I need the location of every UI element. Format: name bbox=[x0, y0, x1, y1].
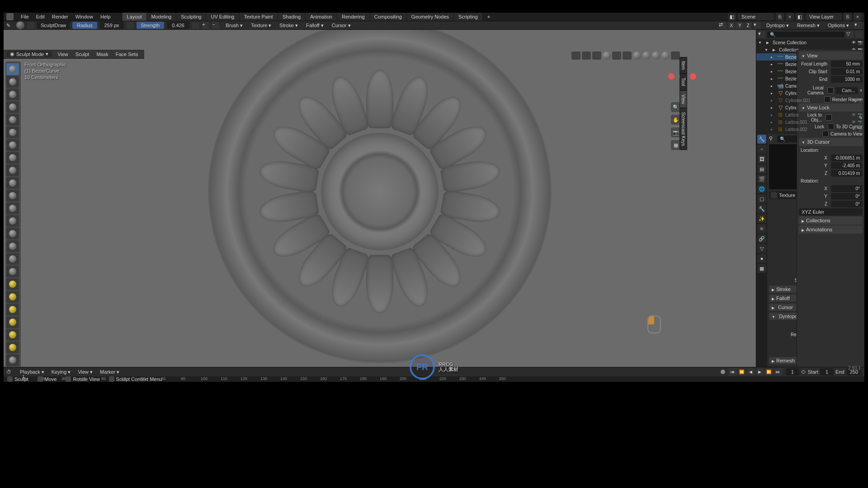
workspace-tab-shading[interactable]: Shading bbox=[278, 13, 306, 21]
workspace-tab-sculpting[interactable]: Sculpting bbox=[176, 13, 206, 21]
shading-options-icon[interactable] bbox=[671, 52, 680, 60]
timeline-editor-icon[interactable]: ⏱ bbox=[6, 369, 14, 375]
props-tab-tool[interactable]: 🔧 bbox=[757, 135, 766, 144]
shading-solid-icon[interactable] bbox=[642, 52, 651, 60]
overlay-options-icon[interactable] bbox=[612, 52, 621, 60]
menu-render[interactable]: Render bbox=[48, 13, 72, 20]
view-layer-field[interactable]: View Layer bbox=[806, 13, 842, 20]
menu-file[interactable]: File bbox=[17, 13, 33, 20]
restrict-select-icon[interactable]: 👁 bbox=[851, 119, 856, 125]
sculpt-tool-pose[interactable] bbox=[6, 304, 19, 315]
cursor-loc-y[interactable]: -2.405 m bbox=[831, 162, 863, 169]
cursor-panel-header[interactable]: 3D Cursor bbox=[799, 138, 863, 146]
scene-new-icon[interactable]: ⎘ bbox=[776, 13, 784, 21]
menu-window[interactable]: Window bbox=[72, 13, 97, 20]
stroke-dropdown[interactable]: Stroke ▾ bbox=[276, 22, 302, 29]
sculpt-tool-grab[interactable] bbox=[6, 253, 19, 265]
sculpt-menu-sculpt[interactable]: Sculpt bbox=[72, 51, 93, 58]
workspace-tab-geometry-nodes[interactable]: Geometry Nodes bbox=[407, 13, 454, 21]
clip-start-field[interactable]: 0.01 m bbox=[831, 68, 863, 75]
sculpt-menu-view[interactable]: View bbox=[54, 51, 72, 58]
falloff-dropdown[interactable]: Falloff ▾ bbox=[302, 22, 327, 29]
editor-type-icon[interactable]: ✎ bbox=[6, 23, 14, 28]
add-workspace-button[interactable]: + bbox=[484, 13, 494, 21]
sculpt-menu-mask[interactable]: Mask bbox=[93, 51, 112, 58]
restrict-viewport-icon[interactable]: 📷 bbox=[857, 40, 863, 45]
view-panel-header[interactable]: View bbox=[799, 52, 863, 60]
gizmo-options-icon[interactable] bbox=[592, 52, 601, 60]
workspace-tab-scripting[interactable]: Scripting bbox=[454, 13, 483, 21]
sculpt-tool-pinch[interactable] bbox=[6, 240, 19, 252]
mirror-axis-z[interactable]: Z bbox=[745, 22, 752, 29]
viewlayer-delete-icon[interactable]: × bbox=[854, 13, 862, 21]
start-frame-field[interactable]: 1 bbox=[820, 368, 834, 375]
outliner-display-mode-icon[interactable]: ▾ bbox=[758, 31, 765, 38]
props-pin-icon[interactable]: ⚲ bbox=[769, 136, 775, 142]
sculpt-tool-clay[interactable] bbox=[6, 89, 19, 100]
sculpt-tool-clay-strips[interactable] bbox=[6, 101, 19, 113]
restrict-select-icon[interactable]: 👁 bbox=[851, 127, 856, 132]
cursor-rot-y[interactable]: 0° bbox=[831, 193, 863, 200]
npanel-tab-screencast-keys[interactable]: Screencast Keys bbox=[679, 108, 687, 150]
restrict-select-icon[interactable]: 👁 bbox=[851, 98, 856, 103]
outliner-item-cylinder-001[interactable]: ▸▽Cylinder.001👁📷 bbox=[756, 97, 864, 104]
collections-panel-header[interactable]: Collections bbox=[799, 216, 863, 225]
viewlayer-browse-icon[interactable]: ◧ bbox=[796, 13, 804, 21]
sculpt-tool-draw[interactable] bbox=[6, 63, 19, 75]
timeline-menu-view[interactable]: View ▾ bbox=[75, 368, 95, 376]
scene-name-field[interactable]: Scene bbox=[738, 13, 774, 20]
sculpt-tool-elastic[interactable] bbox=[6, 266, 19, 277]
mode-selector[interactable]: ◉ Sculpt Mode ▾ bbox=[6, 51, 52, 57]
sculpt-tool-nudge[interactable] bbox=[6, 316, 19, 328]
dyntopo-dropdown[interactable]: Dyntopo ▾ bbox=[763, 22, 793, 29]
sculpt-tool-fill[interactable] bbox=[6, 202, 19, 214]
jump-end-icon[interactable]: ⏭ bbox=[774, 368, 782, 375]
sculpt-tool-crease[interactable] bbox=[6, 164, 19, 176]
strength-pressure-icon[interactable] bbox=[192, 22, 199, 29]
mirror-options-icon[interactable]: ▾ bbox=[754, 22, 761, 29]
play-icon[interactable]: ▶ bbox=[756, 368, 764, 375]
sculpt-tool-snake-hook[interactable] bbox=[6, 278, 19, 290]
npanel-tab-item[interactable]: Item bbox=[679, 57, 687, 74]
jump-prev-key-icon[interactable]: ⏪ bbox=[738, 368, 746, 375]
clear-camera-icon[interactable]: × bbox=[860, 88, 863, 93]
workspace-tab-layout[interactable]: Layout bbox=[123, 13, 147, 21]
props-tab-physics[interactable]: ⚛ bbox=[757, 224, 766, 233]
brush-name-field[interactable]: SculptDraw bbox=[37, 22, 70, 29]
props-tab-output[interactable]: 🖼 bbox=[757, 155, 766, 164]
strength-value[interactable]: 0.426 bbox=[167, 22, 189, 29]
options-dropdown[interactable]: Options ▾ bbox=[824, 22, 853, 29]
props-tab-viewlayer[interactable]: ▤ bbox=[757, 164, 766, 174]
cursor-loc-z[interactable]: 0.01419 m bbox=[831, 170, 863, 177]
workspace-tab-rendering[interactable]: Rendering bbox=[337, 13, 370, 21]
npanel-tab-view[interactable]: View bbox=[679, 90, 687, 108]
sculpt-tool-draw-sharp[interactable] bbox=[6, 76, 19, 88]
axis-x[interactable] bbox=[690, 73, 696, 80]
outliner-filter-icon[interactable]: ▽ bbox=[846, 31, 854, 38]
menu-help[interactable]: Help bbox=[97, 13, 114, 20]
brush-browse-icon[interactable] bbox=[27, 22, 34, 29]
autokey-icon[interactable] bbox=[721, 370, 725, 374]
frame-sync-icon[interactable]: ⏲ bbox=[801, 369, 806, 375]
sculpt-tool-boundary[interactable] bbox=[6, 354, 19, 366]
sculpt-tool-blob[interactable] bbox=[6, 152, 19, 164]
3d-viewport[interactable]: Front Orthographic (1) BezierCurve 10 Ce… bbox=[4, 30, 756, 367]
outliner-item-lattice-001[interactable]: ▸⊞Lattice.001👁📷 bbox=[756, 118, 864, 126]
sculpt-tool-clay-thumb[interactable] bbox=[6, 114, 19, 126]
rotation-mode-dropdown[interactable]: XYZ Euler bbox=[799, 208, 863, 216]
props-tab-material[interactable]: ● bbox=[757, 254, 766, 263]
xray-toggle-icon[interactable] bbox=[623, 52, 632, 60]
props-tab-constraint[interactable]: 🔗 bbox=[757, 234, 766, 243]
props-tab-data[interactable]: ▽ bbox=[757, 244, 766, 253]
sculpt-tool-flatten[interactable] bbox=[6, 190, 19, 202]
local-camera-field[interactable]: Cam... bbox=[835, 87, 858, 94]
restrict-viewport-icon[interactable]: 📷 bbox=[857, 119, 863, 125]
texture-browse-icon[interactable] bbox=[771, 192, 777, 198]
current-frame-field[interactable]: 1 bbox=[786, 368, 799, 375]
mirror-axis-y[interactable]: Y bbox=[736, 22, 744, 29]
mirror-icon[interactable]: ⇄ bbox=[719, 22, 726, 29]
workspace-tab-uv-editing[interactable]: UV Editing bbox=[206, 13, 239, 21]
annotations-panel-header[interactable]: Annotations bbox=[799, 225, 863, 234]
props-tab-texture[interactable]: ▦ bbox=[757, 264, 766, 273]
blender-logo[interactable] bbox=[6, 13, 14, 20]
